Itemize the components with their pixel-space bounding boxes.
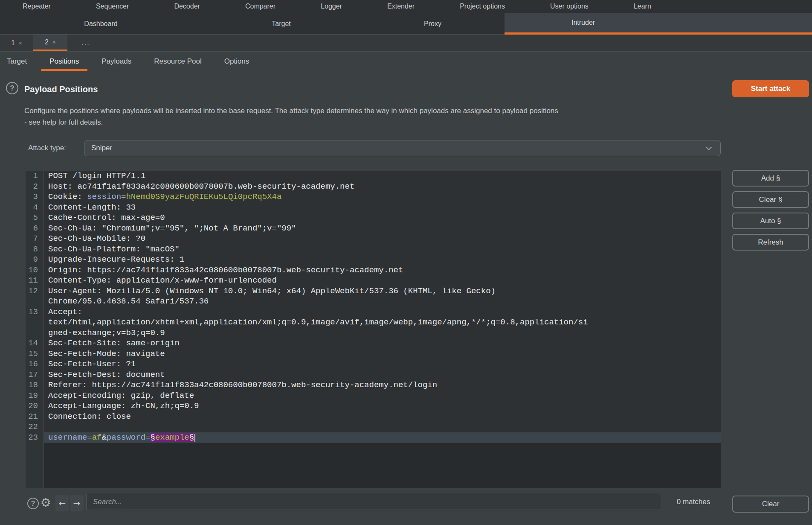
- code-line-3[interactable]: 3Cookie: session=hNemd0S9yazFuQRIEKu5LQi…: [26, 192, 721, 202]
- auto-section-button[interactable]: Auto §: [732, 213, 809, 229]
- add-section-button[interactable]: Add §: [732, 170, 809, 187]
- code-line-5[interactable]: 5Cache-Control: max-age=0: [26, 213, 721, 223]
- code-line-11[interactable]: 11Content-Type: application/x-www-form-u…: [26, 275, 721, 286]
- line-text: Connection: close: [44, 411, 721, 422]
- module-tab-target[interactable]: Target: [202, 13, 361, 35]
- code-line-15[interactable]: 15Sec-Fetch-Mode: navigate: [26, 349, 721, 359]
- line-text: Referer: https://ac741f1a1f833a42c080600…: [44, 380, 721, 391]
- code-line-wrap[interactable]: gned-exchange;v=b3;q=0.9: [26, 328, 721, 338]
- code-line-6[interactable]: 6Sec-Ch-Ua: "Chromium";v="95", ";Not A B…: [26, 223, 721, 234]
- code-line-13[interactable]: 13Accept:: [26, 307, 721, 318]
- clear-section-button[interactable]: Clear §: [732, 191, 809, 208]
- top-menubar-items: RepeaterSequencerDecoderComparerLoggerEx…: [0, 0, 674, 13]
- intruder-subtabs: TargetPositionsPayloadsResource PoolOpti…: [0, 52, 812, 71]
- search-input[interactable]: [87, 494, 660, 510]
- previous-match-button[interactable]: ←: [55, 495, 69, 511]
- code-line-18[interactable]: 18Referer: https://ac741f1a1f833a42c0806…: [26, 380, 721, 391]
- line-text: Sec-Fetch-Dest: document: [44, 370, 721, 380]
- arrow-right-icon: →: [73, 498, 81, 508]
- subtab-positions[interactable]: Positions: [49, 52, 79, 71]
- subtab-target[interactable]: Target: [7, 52, 27, 71]
- module-tab-proxy[interactable]: Proxy: [361, 13, 505, 35]
- attack-tab-label: 1: [11, 39, 15, 47]
- refresh-button[interactable]: Refresh: [732, 234, 809, 251]
- line-number: 10: [26, 265, 44, 276]
- page-title: Payload Positions: [24, 82, 98, 96]
- line-number: 9: [26, 254, 44, 265]
- close-icon[interactable]: ×: [52, 39, 56, 46]
- line-text: Cookie: session=hNemd0S9yazFuQRIEKu5LQi0…: [44, 192, 721, 202]
- code-line-16[interactable]: 16Sec-Fetch-User: ?1: [26, 359, 721, 370]
- request-editor[interactable]: 1POST /login HTTP/1.12Host: ac741f1a1f83…: [26, 171, 721, 488]
- search-clear-button[interactable]: Clear: [732, 496, 809, 513]
- line-number: 19: [26, 391, 44, 401]
- top-menubar: RepeaterSequencerDecoderComparerLoggerEx…: [0, 0, 812, 13]
- line-number: 1: [26, 171, 44, 181]
- line-number: 16: [26, 359, 44, 370]
- line-text: Sec-Fetch-Site: same-origin: [44, 338, 721, 349]
- code-line-wrap[interactable]: text/html,application/xhtml+xml,applicat…: [26, 317, 721, 328]
- match-count: 0 matches: [664, 494, 723, 510]
- close-icon[interactable]: ×: [19, 40, 22, 47]
- code-line-12[interactable]: 12User-Agent: Mozilla/5.0 (Windows NT 10…: [26, 286, 721, 297]
- attack-tab-more[interactable]: ...: [71, 35, 101, 51]
- line-number: 13: [26, 307, 44, 318]
- request-code-rows: 1POST /login HTTP/1.12Host: ac741f1a1f83…: [26, 171, 721, 443]
- code-line-7[interactable]: 7Sec-Ch-Ua-Mobile: ?0: [26, 233, 721, 244]
- menu-item-learn[interactable]: Learn: [634, 3, 651, 10]
- menu-item-repeater[interactable]: Repeater: [23, 3, 51, 10]
- line-text: Sec-Ch-Ua: "Chromium";v="95", ";Not A Br…: [44, 223, 721, 234]
- line-text: Sec-Fetch-Mode: navigate: [44, 349, 721, 359]
- code-line-8[interactable]: 8Sec-Ch-Ua-Platform: "macOS": [26, 244, 721, 255]
- code-line-23[interactable]: 23username=af&password=§example§: [26, 432, 721, 443]
- code-line-10[interactable]: 10Origin: https://ac741f1a1f833a42c08060…: [26, 265, 721, 276]
- menu-item-sequencer[interactable]: Sequencer: [96, 3, 129, 10]
- code-line-17[interactable]: 17Sec-Fetch-Dest: document: [26, 370, 721, 380]
- gear-icon[interactable]: ⚙: [38, 494, 53, 511]
- subtab-options[interactable]: Options: [224, 52, 249, 71]
- start-attack-button[interactable]: Start attack: [732, 80, 809, 97]
- line-text: gned-exchange;v=b3;q=0.9: [44, 328, 721, 338]
- line-number: [26, 296, 44, 307]
- line-number: 17: [26, 370, 44, 380]
- subtab-resource-pool[interactable]: Resource Pool: [154, 52, 202, 71]
- module-tab-intruder[interactable]: Intruder: [505, 13, 812, 35]
- code-line-21[interactable]: 21Connection: close: [26, 411, 721, 422]
- payload-marker: §: [189, 433, 194, 442]
- attack-type-dropdown[interactable]: Sniper: [84, 140, 721, 156]
- attack-type-value: Sniper: [91, 144, 112, 152]
- next-match-button[interactable]: →: [70, 495, 84, 511]
- search-help-icon[interactable]: ?: [27, 498, 39, 509]
- code-line-wrap[interactable]: Chrome/95.0.4638.54 Safari/537.36: [26, 296, 721, 307]
- code-line-9[interactable]: 9Upgrade-Insecure-Requests: 1: [26, 254, 721, 265]
- section-help-icon[interactable]: ?: [6, 82, 18, 94]
- menu-item-logger[interactable]: Logger: [321, 3, 342, 10]
- code-line-19[interactable]: 19Accept-Encoding: gzip, deflate: [26, 391, 721, 401]
- line-number: 14: [26, 338, 44, 349]
- menu-item-comparer[interactable]: Comparer: [245, 3, 276, 10]
- code-line-2[interactable]: 2Host: ac741f1a1f833a42c080600b0078007b.…: [26, 181, 721, 192]
- code-line-1[interactable]: 1POST /login HTTP/1.1: [26, 171, 721, 181]
- code-line-14[interactable]: 14Sec-Fetch-Site: same-origin: [26, 338, 721, 349]
- line-text: Upgrade-Insecure-Requests: 1: [44, 254, 721, 265]
- line-text: Chrome/95.0.4638.54 Safari/537.36: [44, 296, 721, 307]
- line-text: Sec-Ch-Ua-Platform: "macOS": [44, 244, 721, 255]
- line-number: 3: [26, 192, 44, 202]
- subtab-payloads[interactable]: Payloads: [102, 52, 131, 71]
- line-number: 20: [26, 401, 44, 411]
- attack-tab-label: 2: [45, 38, 49, 46]
- attack-tab-2[interactable]: 2×: [33, 35, 67, 51]
- line-text: text/html,application/xhtml+xml,applicat…: [44, 317, 721, 328]
- code-line-20[interactable]: 20Accept-Language: zh-CN,zh;q=0.9: [26, 401, 721, 411]
- menu-item-extender[interactable]: Extender: [387, 3, 415, 10]
- line-text: Accept-Language: zh-CN,zh;q=0.9: [44, 401, 721, 411]
- code-line-22[interactable]: 22: [26, 422, 721, 432]
- menu-item-user-options[interactable]: User options: [550, 3, 589, 10]
- line-number: 15: [26, 349, 44, 359]
- menu-item-decoder[interactable]: Decoder: [174, 3, 200, 10]
- menu-item-project-options[interactable]: Project options: [460, 3, 505, 10]
- module-tab-dashboard[interactable]: Dashboard: [0, 13, 202, 35]
- line-number: 18: [26, 380, 44, 391]
- code-line-4[interactable]: 4Content-Length: 33: [26, 202, 721, 213]
- attack-tab-1[interactable]: 1×: [0, 35, 33, 51]
